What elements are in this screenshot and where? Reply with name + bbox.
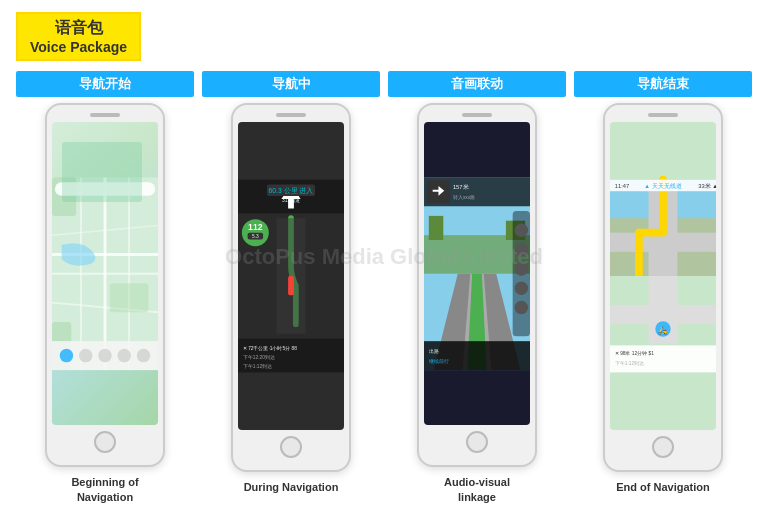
svg-text:311国道: 311国道 [282,197,300,203]
svg-text:🛵: 🛵 [658,325,668,335]
svg-rect-8 [52,177,76,216]
svg-text:11:47: 11:47 [615,183,629,189]
phone-column-4: 导航结束 [574,71,752,506]
phone-speaker-1 [90,113,120,117]
phone-mockup-1 [16,103,194,467]
svg-rect-52 [424,341,530,370]
phone-label-1: 导航开始 [16,71,194,97]
title-english: Voice Package [30,39,127,55]
phone-outer-4: 🛵 11:47 ▲ 天天无线道 ✕ 98米 12分钟 $1 下午1:12到达 [603,103,723,472]
phone-mockup-2: 60.3 公里 进入 311国道 112 5.3 [202,103,380,472]
phone-speaker-3 [462,113,492,117]
phone-screen-2: 60.3 公里 进入 311国道 112 5.3 [238,122,344,430]
svg-text:33米 ▲: 33米 ▲ [698,183,716,189]
phone-speaker-4 [648,113,678,117]
phone-mockup-3: 157米 转入xxx路 出路 继续前行 [388,103,566,467]
svg-point-16 [137,349,150,362]
phone-column-2: 导航中 60.3 公里 进入 [202,71,380,506]
svg-point-12 [60,349,73,362]
phone-home-btn-1 [94,431,116,453]
svg-text:60.3 公里 进入: 60.3 公里 进入 [269,187,314,195]
title-chinese: 语音包 [30,18,127,39]
svg-text:157米: 157米 [453,184,469,190]
svg-point-14 [98,349,111,362]
svg-text:5.3: 5.3 [252,234,259,239]
phone-caption-3: Audio-visual linkage [444,473,510,506]
phone-label-4: 导航结束 [574,71,752,97]
phone-caption-4: End of Navigation [616,478,710,506]
voice-package-box: 语音包 Voice Package [16,12,141,61]
svg-rect-42 [427,180,450,203]
svg-text:✕ 98米 12分钟 $1: ✕ 98米 12分钟 $1 [615,350,654,356]
phone-outer-3: 157米 转入xxx路 出路 继续前行 [417,103,537,467]
svg-point-49 [515,262,528,275]
phone-outer-1 [45,103,165,467]
phone-caption-2: During Navigation [244,478,339,506]
svg-rect-17 [55,182,155,195]
phone-speaker-2 [276,113,306,117]
phone-mockup-4: 🛵 11:47 ▲ 天天无线道 ✕ 98米 12分钟 $1 下午1:12到达 [574,103,752,472]
svg-text:112: 112 [248,222,263,232]
phone-home-btn-4 [652,436,674,458]
svg-text:▲ 天天无线道: ▲ 天天无线道 [644,183,681,189]
svg-rect-67 [610,345,716,372]
svg-rect-39 [429,216,443,240]
phone-home-btn-3 [466,431,488,453]
phone-caption-1: Beginning of Navigation [71,473,138,506]
svg-text:下午12:20到达: 下午12:20到达 [243,354,275,360]
phone-outer-2: 60.3 公里 进入 311国道 112 5.3 [231,103,351,472]
svg-text:✕ 72千公里·1小时5分 88: ✕ 72千公里·1小时5分 88 [243,345,297,351]
phone-label-2: 导航中 [202,71,380,97]
phone-screen-3: 157米 转入xxx路 出路 继续前行 [424,122,530,425]
svg-point-15 [118,349,131,362]
svg-text:下午1:12到达: 下午1:12到达 [243,363,272,369]
phone-column-3: 音画联动 [388,71,566,506]
phones-section: 导航开始 [16,71,752,506]
svg-point-13 [79,349,92,362]
svg-text:出路: 出路 [429,348,439,354]
svg-rect-29 [288,276,294,295]
svg-text:转入xxx路: 转入xxx路 [453,194,475,200]
phone-screen-4: 🛵 11:47 ▲ 天天无线道 ✕ 98米 12分钟 $1 下午1:12到达 [610,122,716,430]
svg-point-47 [515,224,528,237]
svg-text:下午1:12到达: 下午1:12到达 [615,360,644,366]
svg-rect-9 [110,283,149,312]
svg-text:继续前行: 继续前行 [429,358,449,364]
page-wrapper: 语音包 Voice Package 导航开始 [0,0,768,514]
phone-home-btn-2 [280,436,302,458]
svg-point-50 [515,281,528,294]
phone-column-1: 导航开始 [16,71,194,506]
phone-label-3: 音画联动 [388,71,566,97]
svg-point-51 [515,301,528,314]
title-section: 语音包 Voice Package [16,12,752,61]
phone-screen-1 [52,122,158,425]
svg-point-48 [515,243,528,256]
